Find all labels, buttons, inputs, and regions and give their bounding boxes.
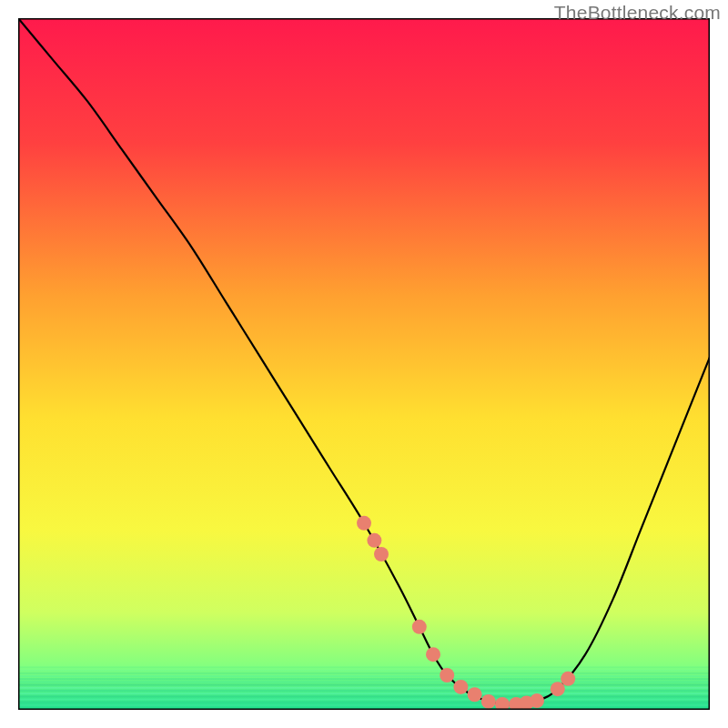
svg-rect-13 [18, 670, 710, 672]
svg-rect-2 [18, 702, 710, 703]
svg-rect-3 [18, 699, 710, 701]
svg-rect-11 [18, 675, 710, 677]
data-marker [551, 682, 565, 696]
data-marker [481, 694, 496, 709]
svg-rect-12 [18, 672, 710, 674]
svg-rect-5 [18, 693, 710, 694]
data-marker [468, 687, 482, 702]
data-marker [412, 620, 427, 634]
svg-rect-9 [18, 681, 710, 682]
data-marker [426, 647, 440, 662]
data-marker [374, 547, 389, 561]
svg-rect-1 [18, 704, 710, 706]
gradient-background [18, 18, 710, 710]
attribution-text: TheBottleneck.com [554, 2, 721, 24]
data-marker [561, 672, 575, 686]
svg-rect-8 [18, 684, 710, 686]
svg-rect-7 [18, 687, 710, 689]
svg-rect-10 [18, 678, 710, 680]
data-marker [453, 680, 468, 694]
svg-rect-4 [18, 695, 710, 697]
svg-rect-6 [18, 690, 710, 692]
chart-container [18, 18, 710, 710]
data-marker [367, 533, 381, 548]
data-marker [357, 516, 371, 531]
data-marker [440, 668, 454, 682]
data-marker [530, 693, 544, 708]
svg-rect-14 [18, 666, 710, 668]
bottleneck-chart [18, 18, 710, 710]
